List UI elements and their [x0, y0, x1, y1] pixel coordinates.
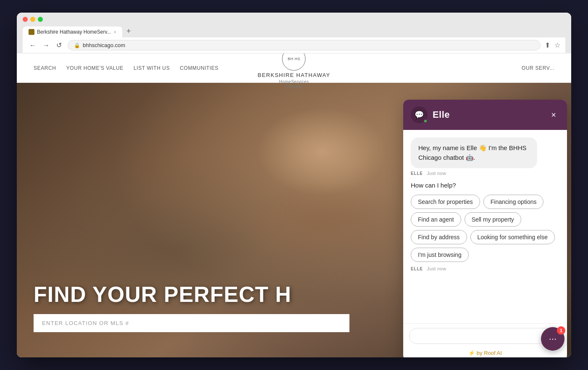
nav-home-value[interactable]: YOUR HOME'S VALUE [66, 65, 123, 71]
quick-reply-search-properties[interactable]: Search for properties [411, 195, 480, 209]
logo-service: HomeServices [279, 79, 309, 84]
hero-title: FIND YOUR PERFECT H [34, 282, 291, 307]
address-bar[interactable]: 🔒 bhhschicago.com [68, 40, 541, 50]
tab-label: Berkshire Hathaway HomeServ... [37, 29, 111, 35]
browser-window: Berkshire Hathaway HomeServ... × + ← → ↺… [17, 13, 571, 357]
floating-chat-icon: ··· [549, 333, 556, 344]
quick-reply-find-agent[interactable]: Find an agent [411, 212, 461, 227]
url-display: bhhschicago.com [83, 42, 125, 48]
chat-widget: 💬 Elle × Hey, my name is Elle 👋 I'm the … [403, 100, 567, 357]
chat-message-bubble: Hey, my name is Elle 👋 I'm the BHHS Chic… [411, 137, 537, 168]
chat-avatar: 💬 [411, 106, 428, 123]
toolbar-icons: ⬆ ☆ [545, 41, 560, 49]
chat-text-input[interactable] [409, 328, 561, 344]
back-button[interactable]: ← [28, 40, 38, 50]
chat-close-button[interactable]: × [548, 109, 559, 121]
lock-icon: 🔒 [74, 42, 80, 48]
tab-close-icon[interactable]: × [114, 29, 116, 34]
chat-elle-meta-2: ELLE Just now [411, 266, 559, 271]
quick-replies: Search for properties Financing options … [411, 195, 559, 262]
address-bar-row: ← → ↺ 🔒 bhhschicago.com ⬆ ☆ [23, 37, 565, 53]
logo-city: Chicago [286, 84, 302, 89]
minimize-traffic-light[interactable] [30, 17, 35, 22]
traffic-lights [23, 17, 565, 22]
nav-buttons: ← → ↺ [28, 40, 63, 50]
chat-body: Hey, my name is Elle 👋 I'm the BHHS Chic… [403, 130, 567, 323]
active-tab[interactable]: Berkshire Hathaway HomeServ... × [23, 26, 122, 37]
nav-search[interactable]: SEARCH [34, 65, 56, 71]
maximize-traffic-light[interactable] [38, 17, 43, 22]
chat-footer: ⚡ by Roof AI [403, 347, 567, 357]
website-content: SEARCH YOUR HOME'S VALUE LIST WITH US CO… [17, 53, 571, 357]
forward-button[interactable]: → [41, 40, 51, 50]
search-bar[interactable]: ENTER LOCATION OR MLS # [34, 314, 349, 332]
online-status-dot [423, 119, 428, 123]
logo-company: BERKSHIRE HATHAWAY [258, 71, 331, 79]
search-placeholder: ENTER LOCATION OR MLS # [42, 320, 129, 326]
tab-favicon [29, 29, 34, 35]
chat-prompt: How can I help? [411, 182, 559, 189]
nav-links: SEARCH YOUR HOME'S VALUE LIST WITH US CO… [34, 65, 218, 71]
site-logo: BH HS BERKSHIRE HATHAWAY HomeServices Ch… [258, 53, 331, 89]
browser-chrome: Berkshire Hathaway HomeServ... × + ← → ↺… [17, 13, 571, 53]
chat-sender-label: ELLE [411, 171, 423, 176]
chat-agent-name: Elle [433, 109, 450, 120]
notification-badge: 1 [557, 326, 565, 335]
chat-time-label: Just now [427, 171, 446, 176]
quick-reply-sell-property[interactable]: Sell my property [465, 212, 521, 227]
logo-circle: BH HS [282, 53, 306, 71]
floating-chat-button[interactable]: ··· 1 [541, 327, 564, 351]
chat-avatar-icon: 💬 [415, 110, 424, 119]
share-icon[interactable]: ⬆ [545, 41, 550, 49]
quick-reply-financing[interactable]: Financing options [483, 195, 544, 209]
chat-header: 💬 Elle × [403, 100, 567, 130]
chat-sender-label-2: ELLE [411, 267, 423, 271]
site-nav: SEARCH YOUR HOME'S VALUE LIST WITH US CO… [17, 53, 571, 83]
bookmark-icon[interactable]: ☆ [554, 41, 560, 49]
close-traffic-light[interactable] [23, 17, 28, 22]
chat-time-label-2: Just now [427, 266, 446, 271]
refresh-button[interactable]: ↺ [55, 40, 63, 50]
chat-message-meta: ELLE Just now [411, 171, 559, 176]
logo-initials: BH HS [288, 57, 300, 61]
quick-reply-something-else[interactable]: Looking for something else [470, 230, 555, 244]
nav-communities[interactable]: COMMUNITIES [180, 65, 218, 71]
new-tab-button[interactable]: + [123, 25, 134, 37]
nav-list[interactable]: LIST WITH US [134, 65, 170, 71]
quick-reply-find-address[interactable]: Find by address [411, 230, 467, 244]
quick-reply-browsing[interactable]: I'm just browsing [411, 248, 469, 262]
nav-right-text: OUR SERV... [522, 65, 554, 71]
tab-bar: Berkshire Hathaway HomeServ... × + [23, 25, 565, 37]
